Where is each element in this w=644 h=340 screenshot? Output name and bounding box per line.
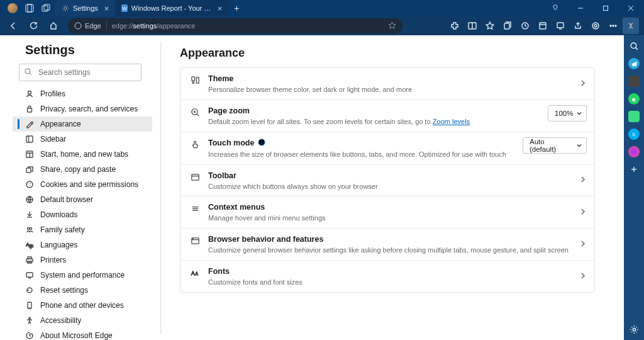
refresh-button[interactable] <box>25 18 42 34</box>
gear-icon <box>62 4 69 12</box>
appearance-icon <box>25 120 34 128</box>
copilot-icon[interactable] <box>623 18 639 34</box>
close-icon[interactable]: × <box>104 4 109 13</box>
privacy-icon <box>25 105 34 113</box>
workspaces-icon[interactable] <box>25 4 34 13</box>
touch-icon <box>189 140 201 149</box>
row-fonts[interactable]: AA Fonts Customize fonts and font sizes <box>180 260 594 292</box>
fonts-icon: AA <box>189 268 201 278</box>
nav-item-share[interactable]: Share, copy and paste <box>13 162 152 177</box>
nav-label: Privacy, search, and services <box>40 105 138 113</box>
share-icon[interactable] <box>570 18 586 34</box>
search-input[interactable] <box>19 64 142 81</box>
nav-item-start[interactable]: Start, home, and new tabs <box>13 147 152 162</box>
nav-label: Profiles <box>40 89 65 98</box>
share-icon <box>25 165 34 174</box>
tab-settings[interactable]: Settings × <box>55 0 115 16</box>
back-button[interactable] <box>5 18 21 34</box>
split-screen-icon[interactable] <box>464 18 480 34</box>
svg-rect-3 <box>44 4 50 10</box>
svg-point-21 <box>613 25 614 26</box>
nav-item-privacy[interactable]: Privacy, search, and services <box>13 101 152 116</box>
info-icon[interactable] <box>258 139 265 148</box>
nav-item-languages[interactable]: A字Languages <box>13 237 152 252</box>
about-icon <box>25 331 34 340</box>
svg-rect-32 <box>26 168 31 173</box>
tab-windowsreport[interactable]: W Windows Report - Your go-to sou × <box>115 0 228 16</box>
page-title: Appearance <box>180 47 595 60</box>
row-toolbar[interactable]: Toolbar Customize which buttons always s… <box>180 164 594 196</box>
sb-settings-icon[interactable] <box>628 324 640 335</box>
sb-app1-icon[interactable] <box>628 76 640 87</box>
sb-telegram-icon[interactable] <box>628 58 640 69</box>
nav-item-reset[interactable]: Reset settings <box>13 283 152 298</box>
drop-icon[interactable] <box>552 18 569 34</box>
zoom-select[interactable]: 100% <box>548 105 587 122</box>
nav-item-system[interactable]: System and performance <box>13 268 152 283</box>
nav-label: Appearance <box>40 120 81 128</box>
collections-icon[interactable] <box>499 18 516 34</box>
extensions-icon[interactable] <box>447 18 463 34</box>
row-browser-behavior[interactable]: Browser behavior and features Customize … <box>180 228 594 260</box>
nav-item-accessibility[interactable]: Accessibility <box>13 313 152 328</box>
row-title: Context menus <box>208 203 586 212</box>
row-context-menus[interactable]: Context menus Manage hover and mini menu… <box>180 196 594 228</box>
sb-add-icon[interactable] <box>628 164 640 175</box>
chevron-right-icon <box>579 78 587 89</box>
more-icon[interactable] <box>605 18 621 34</box>
svg-point-39 <box>30 227 31 229</box>
address-bar[interactable]: Edge edge://settings/appearance <box>68 18 402 33</box>
nav-item-downloads[interactable]: Downloads <box>13 207 152 222</box>
new-tab-button[interactable]: + <box>228 0 245 16</box>
favorites-icon[interactable] <box>482 18 498 34</box>
history-icon[interactable] <box>517 18 533 34</box>
svg-rect-43 <box>28 257 31 259</box>
profile-avatar[interactable] <box>8 3 18 13</box>
nav-item-cookies[interactable]: Cookies and site permissions <box>13 177 152 192</box>
touch-select[interactable]: Auto (default) <box>523 137 587 154</box>
row-title: Theme <box>208 74 586 83</box>
tab-actions-icon[interactable] <box>42 4 50 13</box>
nav-item-about[interactable]: About Microsoft Edge <box>13 328 152 340</box>
row-theme[interactable]: Theme Personalize browser theme color, s… <box>180 68 594 99</box>
window-titlebar: Settings × W Windows Report - Your go-to… <box>0 0 644 16</box>
menu-icon <box>189 204 201 213</box>
nav-item-phone[interactable]: Phone and other devices <box>13 298 152 313</box>
nav-item-family[interactable]: Family safety <box>13 222 152 237</box>
svg-text:A: A <box>191 270 194 276</box>
svg-rect-12 <box>504 23 509 29</box>
nav-item-printers[interactable]: Printers <box>13 252 152 268</box>
sb-android-icon[interactable] <box>628 111 640 122</box>
languages-icon: A字 <box>25 241 34 249</box>
start-icon <box>25 150 34 159</box>
edge-icon <box>74 22 82 30</box>
svg-rect-14 <box>540 23 546 29</box>
nav-item-appearance[interactable]: Appearance <box>13 116 152 132</box>
nav-item-sidebar[interactable]: Sidebar <box>13 132 152 147</box>
cookies-icon <box>25 180 34 189</box>
nav-item-default[interactable]: Default browser <box>13 192 152 207</box>
zoom-levels-link[interactable]: Zoom levels <box>433 118 470 125</box>
close-button[interactable] <box>620 0 641 16</box>
home-button[interactable] <box>45 18 62 34</box>
favorite-icon[interactable] <box>388 21 396 31</box>
nav-item-profiles[interactable]: Profiles <box>13 86 152 101</box>
sb-messenger-icon[interactable] <box>628 146 640 157</box>
sb-skype-icon[interactable]: S <box>628 128 640 140</box>
nav-label: Share, copy and paste <box>40 165 116 174</box>
svg-point-36 <box>30 185 30 186</box>
maximize-button[interactable] <box>595 0 616 16</box>
performance-icon[interactable] <box>587 18 604 34</box>
sb-whatsapp-icon[interactable] <box>628 93 640 105</box>
svg-rect-26 <box>28 108 32 112</box>
site-identity[interactable]: Edge <box>74 22 101 30</box>
sb-search-icon[interactable] <box>628 40 640 52</box>
rewards-icon[interactable] <box>545 0 566 16</box>
svg-point-69 <box>631 43 636 48</box>
app-icon[interactable] <box>535 18 551 34</box>
row-subtitle: Manage hover and mini menu settings <box>208 213 586 223</box>
close-icon[interactable]: × <box>218 4 223 13</box>
minimize-button[interactable] <box>570 0 591 16</box>
search-icon <box>24 67 33 76</box>
svg-point-34 <box>28 183 28 184</box>
